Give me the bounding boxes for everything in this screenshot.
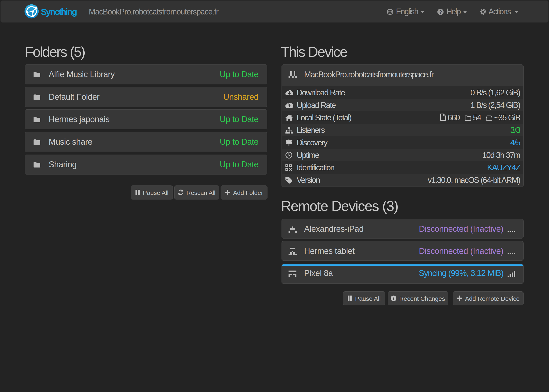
svg-text:?: ? [439,9,442,15]
